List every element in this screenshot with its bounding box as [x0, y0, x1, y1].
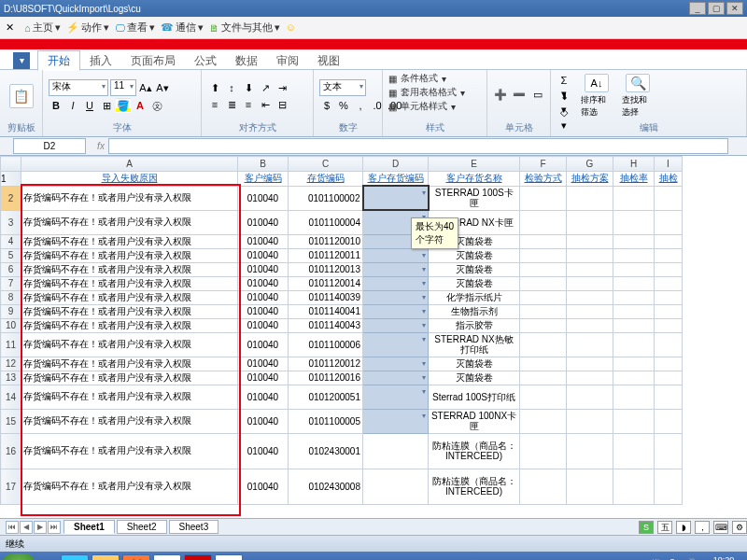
cell[interactable]: 存货编码不存在！或者用户没有录入权限 — [21, 304, 238, 318]
spreadsheet-grid[interactable]: ABCDEFGHI1导入失败原因客户编码存货编码客户存货编码客户存货名称检验方式… — [0, 156, 747, 518]
col-H[interactable]: H — [613, 157, 655, 172]
cell[interactable]: 指示胶带 — [429, 318, 520, 332]
task-folder-icon[interactable]: 📁 — [92, 554, 120, 560]
header-cell[interactable]: 抽检率 — [613, 172, 655, 187]
cell[interactable]: 0101120012 — [289, 357, 363, 371]
name-box[interactable]: D2 — [13, 138, 86, 154]
close-button[interactable]: ✕ — [726, 2, 743, 15]
row-7[interactable]: 7 — [1, 276, 21, 290]
cell[interactable]: 0101100006 — [289, 332, 363, 357]
row-14[interactable]: 14 — [1, 385, 21, 409]
header-cell[interactable]: 导入失败原因 — [21, 172, 238, 187]
delete-cells-button[interactable]: ➖ — [512, 87, 527, 105]
cell[interactable] — [363, 304, 429, 318]
col-I[interactable]: I — [655, 157, 683, 172]
clear-button[interactable]: ◇ ▾ — [557, 105, 571, 119]
align-center-icon[interactable]: ≣ — [224, 97, 239, 112]
cell[interactable]: 防粘连膜（商品名：INTERCEED) — [429, 469, 520, 504]
cell[interactable]: 0101100004 — [289, 210, 363, 234]
file-menu[interactable]: ▾ — [13, 52, 30, 69]
cell[interactable]: 灭菌袋卷 — [429, 248, 520, 262]
autosum-button[interactable]: Σ ▾ — [557, 73, 571, 88]
task-firefox-icon[interactable]: 🦊 — [122, 554, 150, 560]
cell[interactable]: 010040 — [238, 304, 289, 318]
sheet-nav-last[interactable]: ⏭ — [48, 521, 61, 534]
row-17[interactable]: 17 — [1, 469, 21, 504]
cell[interactable]: 存货编码不存在！或者用户没有录入权限 — [21, 234, 238, 248]
row-9[interactable]: 9 — [1, 304, 21, 318]
ime-keyboard-icon[interactable]: ⌨ — [713, 521, 728, 534]
start-button[interactable]: ◉ — [2, 553, 35, 560]
col-B[interactable]: B — [238, 157, 289, 172]
cell[interactable]: 存货编码不存在！或者用户没有录入权限 — [21, 276, 238, 290]
cell[interactable] — [363, 262, 429, 276]
shrink-font-icon[interactable]: A▾ — [155, 80, 170, 95]
cell[interactable]: 0101100002 — [289, 186, 363, 210]
actions-button[interactable]: ⚡动作 ▾ — [66, 21, 109, 35]
cell[interactable]: 010040 — [238, 357, 289, 371]
phonetic-button[interactable]: ㉆ — [149, 98, 164, 113]
insert-cells-button[interactable]: ➕ — [493, 87, 508, 105]
ribbon-tab-0[interactable]: 开始 — [37, 50, 80, 71]
cell-style-button[interactable]: ▦ 单元格样式 ▾ — [388, 100, 456, 113]
comm-button[interactable]: ☎通信 ▾ — [161, 21, 204, 35]
cell[interactable]: 0101140043 — [289, 318, 363, 332]
cell[interactable]: 存货编码不存在！或者用户没有录入权限 — [21, 262, 238, 276]
task-ie-icon[interactable]: e — [61, 554, 89, 560]
cell[interactable]: 存货编码不存在！或者用户没有录入权限 — [21, 186, 238, 210]
header-cell[interactable]: 抽检方案 — [567, 172, 613, 187]
col-D[interactable]: D — [363, 157, 429, 172]
find-select-button[interactable]: 🔍查找和选择 — [622, 74, 654, 119]
smiley-icon[interactable]: ☺ — [286, 21, 299, 35]
sheet-tab-Sheet2[interactable]: Sheet2 — [117, 520, 167, 534]
ribbon-tab-6[interactable]: 视图 — [308, 51, 349, 70]
row-12[interactable]: 12 — [1, 357, 21, 371]
cell[interactable]: 0101140039 — [289, 290, 363, 304]
paste-button[interactable]: 📋 — [6, 74, 36, 119]
cell[interactable]: 存货编码不存在！或者用户没有录入权限 — [21, 248, 238, 262]
merge-button[interactable]: ⊟ — [275, 97, 289, 112]
task-u8-icon[interactable]: U8⁺ — [184, 554, 212, 560]
ribbon-tab-5[interactable]: 审阅 — [267, 51, 308, 70]
orientation-icon[interactable]: ↗ — [258, 80, 273, 95]
conditional-format-button[interactable]: ▦ 条件格式 ▾ — [388, 72, 446, 85]
sheet-nav-next[interactable]: ▶ — [34, 521, 47, 534]
taskbar-clock[interactable]: 10:202018-11-13 — [702, 555, 745, 560]
cell[interactable]: 010040 — [238, 234, 289, 248]
row-16[interactable]: 16 — [1, 433, 21, 469]
restore-button[interactable]: ▢ — [708, 2, 725, 15]
sheet-nav-first[interactable]: ⏮ — [6, 521, 19, 534]
cell[interactable]: 灭菌袋卷 — [429, 357, 520, 371]
percent-icon[interactable]: % — [336, 98, 351, 113]
row-8[interactable]: 8 — [1, 290, 21, 304]
cell[interactable]: 生物指示剂 — [429, 304, 520, 318]
col-F[interactable]: F — [520, 157, 567, 172]
ribbon-tab-2[interactable]: 页面布局 — [121, 51, 185, 70]
task-teamviewer-icon[interactable]: ⟲ — [153, 554, 181, 560]
italic-button[interactable]: I — [65, 98, 80, 113]
cell[interactable]: 存货编码不存在！或者用户没有录入权限 — [21, 332, 238, 357]
indent-dec-icon[interactable]: ⇤ — [258, 97, 273, 112]
ribbon-tab-1[interactable]: 插入 — [80, 51, 121, 70]
align-left-icon[interactable]: ≡ — [207, 97, 222, 112]
col-A[interactable]: A — [21, 157, 238, 172]
cell[interactable]: 010040 — [238, 262, 289, 276]
ime-settings-icon[interactable]: ⚙ — [732, 521, 747, 534]
fx-icon[interactable]: fx — [93, 139, 108, 154]
minimize-button[interactable]: _ — [689, 2, 706, 15]
sheet-nav-prev[interactable]: ◀ — [20, 521, 33, 534]
wrap-text-button[interactable]: ⇥ — [275, 80, 289, 95]
format-cells-button[interactable]: ▭ — [530, 87, 544, 105]
row-2[interactable]: 2 — [1, 186, 21, 210]
font-color-button[interactable]: A — [133, 98, 148, 113]
cell[interactable]: 0101120010 — [289, 234, 363, 248]
cell[interactable] — [363, 385, 429, 409]
cell[interactable]: 010040 — [238, 318, 289, 332]
cell[interactable]: 存货编码不存在！或者用户没有录入权限 — [21, 469, 238, 504]
currency-icon[interactable]: $ — [319, 98, 334, 113]
font-size-select[interactable]: 11 — [110, 79, 136, 96]
cell[interactable]: 存货编码不存在！或者用户没有录入权限 — [21, 433, 238, 469]
cell[interactable]: 存货编码不存在！或者用户没有录入权限 — [21, 290, 238, 304]
cell[interactable] — [363, 248, 429, 262]
cell[interactable]: 灭菌袋卷 — [429, 262, 520, 276]
